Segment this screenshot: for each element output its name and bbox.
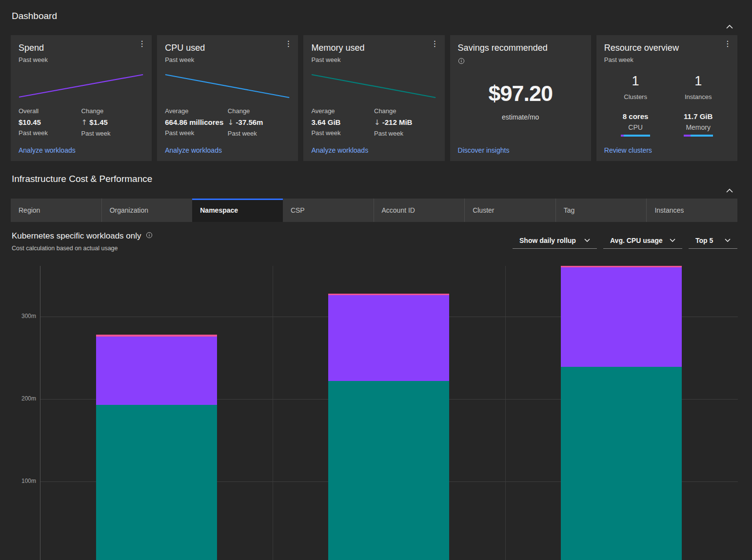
summary-cards-row: ⋮ Spend Past week Overall $10.45 Past we…: [11, 35, 737, 161]
card-subtitle: Past week: [165, 56, 290, 63]
analyze-workloads-link[interactable]: Analyze workloads: [19, 146, 76, 154]
tab-namespace[interactable]: Namespace: [192, 199, 283, 222]
stat-value: ↑ $1.45: [81, 118, 144, 127]
dimension-tabs: RegionOrganizationNamespaceCSPAccount ID…: [11, 199, 737, 222]
memory-label: Memory: [667, 123, 730, 131]
resource-overview-card: ⋮ Resource overview Past week 1 Clusters…: [596, 35, 737, 161]
stat-label: Change: [228, 107, 291, 115]
top-n-dropdown[interactable]: Top 5: [689, 232, 737, 249]
chevron-down-icon: [725, 239, 731, 242]
instances-label: Instances: [667, 93, 730, 100]
tab-region[interactable]: Region: [11, 199, 101, 222]
card-stats: Average 664.86 millicores Past week Chan…: [165, 107, 290, 137]
card-title: CPU used: [165, 43, 290, 53]
stat-label: Average: [311, 107, 374, 115]
memory-value: 11.7 GiB: [667, 112, 730, 120]
tab-cluster[interactable]: Cluster: [464, 199, 555, 222]
vertical-gridline: [273, 266, 273, 560]
dropdown-label: Top 5: [695, 237, 713, 244]
bar-segment-magenta-cap-bar-3: [561, 266, 682, 267]
metric-dropdown[interactable]: Avg. CPU usage: [603, 232, 682, 249]
card-stats: Overall $10.45 Past week Change ↑ $1.45 …: [19, 107, 144, 137]
savings-recommended-card: Savings recommended $97.20 estimate/mo D…: [450, 35, 591, 161]
progress-segment: [691, 135, 713, 137]
y-axis-tick-label: 300m: [17, 313, 36, 320]
stat-caption: Past week: [165, 129, 228, 137]
bar-segment-magenta-cap-bar-2: [328, 294, 449, 295]
stat-label: Change: [374, 107, 437, 115]
cpu-sparkline-chart: [165, 73, 290, 99]
dropdown-label: Show daily rollup: [519, 237, 576, 244]
stat-value: ↓ -212 MiB: [374, 118, 437, 127]
bar-segment-purple-segment-bar-3: [561, 267, 682, 367]
y-axis-line: [40, 266, 40, 560]
chart-title: Kubernetes specific workloads only: [12, 231, 141, 241]
arrow-down-icon: ↓: [228, 118, 234, 127]
tab-tag[interactable]: Tag: [555, 199, 647, 222]
stat-value: ↓ -37.56m: [228, 118, 291, 127]
card-title: Savings recommended: [458, 43, 583, 53]
bar-segment-purple-segment-bar-2: [328, 295, 449, 381]
stat-caption: Past week: [228, 130, 291, 137]
analyze-workloads-link[interactable]: Analyze workloads: [311, 146, 368, 154]
card-title: Memory used: [311, 43, 436, 53]
card-stats: Average 3.64 GiB Past week Change ↓ -212…: [311, 107, 436, 137]
card-title: Spend: [19, 43, 144, 53]
tab-organization[interactable]: Organization: [101, 199, 193, 222]
y-axis-tick-label: 100m: [17, 478, 36, 484]
overflow-menu-icon[interactable]: ⋮: [724, 40, 732, 48]
cpu-usage-bar: [621, 135, 650, 137]
stat-value: 3.64 GiB: [311, 118, 374, 126]
discover-insights-link[interactable]: Discover insights: [458, 146, 510, 154]
spend-sparkline-chart: [19, 73, 144, 99]
rollup-dropdown[interactable]: Show daily rollup: [513, 232, 597, 249]
bar-segment-purple-segment-bar-1: [96, 337, 217, 405]
workloads-stacked-bar-chart: 100m200m300m: [0, 266, 752, 560]
chevron-down-icon: [584, 239, 590, 242]
stat-label: Overall: [19, 107, 81, 115]
card-subtitle: Past week: [604, 56, 730, 63]
savings-caption: estimate/mo: [458, 113, 583, 121]
stat-caption: Past week: [374, 130, 437, 137]
section-collapse-chevron-up-icon[interactable]: [726, 187, 733, 192]
overflow-menu-icon[interactable]: ⋮: [138, 40, 146, 48]
section-title: Infrastructure Cost & Performance: [12, 174, 737, 184]
page-title: Dashboard: [12, 11, 737, 21]
progress-segment: [684, 135, 691, 137]
vertical-gridline: [505, 266, 506, 560]
info-icon[interactable]: [458, 58, 583, 66]
analyze-workloads-link[interactable]: Analyze workloads: [165, 146, 222, 154]
spend-card: ⋮ Spend Past week Overall $10.45 Past we…: [11, 35, 152, 161]
memory-used-card: ⋮ Memory used Past week Average 3.64 GiB…: [303, 35, 444, 161]
bar-segment-teal-segment-bar-1: [96, 405, 217, 560]
bar-segment-teal-segment-bar-3: [561, 367, 682, 560]
tab-csp[interactable]: CSP: [283, 199, 374, 222]
clusters-label: Clusters: [604, 93, 667, 100]
memory-sparkline-chart: [311, 73, 436, 99]
stat-caption: Past week: [311, 129, 374, 137]
bar-segment-magenta-cap-bar-1: [96, 335, 217, 336]
resource-grid: 1 Clusters 8 cores CPU 1 Instances 11.7 …: [604, 74, 730, 137]
cpu-cores-value: 8 cores: [604, 112, 667, 120]
chart-header: Kubernetes specific workloads only Cost …: [12, 231, 737, 253]
stat-label: Change: [81, 107, 144, 115]
memory-usage-bar: [684, 135, 713, 137]
info-icon[interactable]: [146, 232, 153, 240]
section-header: Infrastructure Cost & Performance: [12, 174, 737, 184]
tab-account-id[interactable]: Account ID: [374, 199, 465, 222]
review-clusters-link[interactable]: Review clusters: [604, 146, 652, 154]
y-axis-tick-label: 200m: [17, 395, 36, 402]
bar-segment-teal-segment-bar-2: [328, 381, 449, 560]
overflow-menu-icon[interactable]: ⋮: [284, 40, 292, 48]
arrow-up-icon: ↑: [81, 118, 88, 127]
overflow-menu-icon[interactable]: ⋮: [431, 40, 439, 48]
card-subtitle: Past week: [311, 56, 436, 63]
dropdown-label: Avg. CPU usage: [610, 237, 663, 244]
instances-count: 1: [667, 74, 730, 89]
tab-instances[interactable]: Instances: [646, 199, 737, 222]
stat-caption: Past week: [19, 129, 81, 137]
clusters-count: 1: [604, 74, 667, 89]
card-title: Resource overview: [604, 43, 730, 53]
stat-value: 664.86 millicores: [165, 118, 228, 126]
dashboard-collapse-chevron-up-icon[interactable]: [726, 23, 733, 28]
